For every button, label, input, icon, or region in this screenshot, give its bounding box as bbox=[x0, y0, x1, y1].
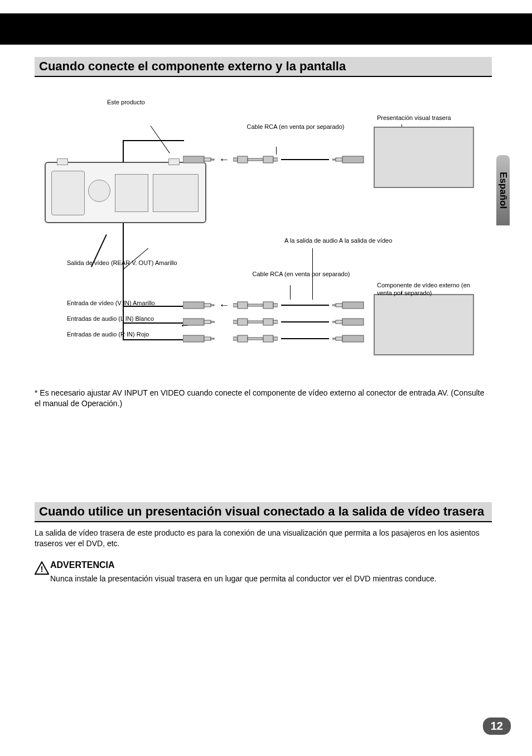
label-main-unit: Este producto bbox=[107, 99, 196, 107]
svg-rect-35 bbox=[211, 338, 214, 339]
warning-block: ADVERTENCIA Nunca instale la presentació… bbox=[50, 559, 492, 584]
svg-rect-12 bbox=[204, 304, 211, 307]
warning-title: ADVERTENCIA bbox=[50, 559, 492, 571]
rca-plug-icon bbox=[332, 334, 365, 344]
svg-rect-5 bbox=[248, 158, 263, 161]
svg-rect-28 bbox=[263, 319, 273, 325]
label-av-in-audio-r: Entradas de audio (R IN) Rojo bbox=[67, 331, 167, 339]
label-av-in-video: Entrada de vídeo (V IN) Amarillo bbox=[67, 300, 167, 307]
svg-rect-23 bbox=[204, 320, 211, 324]
page-number-pill: 12 bbox=[483, 718, 511, 735]
svg-rect-25 bbox=[233, 320, 238, 324]
warning-body: Nunca instale la presentación visual tra… bbox=[50, 574, 492, 584]
svg-rect-19 bbox=[332, 305, 336, 306]
section-heading-2-wrap: Cuando utilice un presentación visual co… bbox=[35, 502, 492, 522]
svg-rect-3 bbox=[233, 158, 238, 161]
svg-rect-1 bbox=[204, 158, 211, 161]
svg-rect-14 bbox=[233, 304, 238, 307]
arrow-left-icon: ← bbox=[219, 153, 230, 166]
rca-coupler-icon bbox=[233, 300, 278, 310]
svg-rect-41 bbox=[332, 338, 336, 339]
port-block-icon bbox=[115, 174, 148, 212]
svg-rect-15 bbox=[238, 302, 248, 309]
star-footnote: * Es necesario ajustar AV INPUT en VIDEO… bbox=[35, 388, 492, 409]
svg-rect-20 bbox=[336, 304, 342, 307]
rca-plug-icon bbox=[183, 155, 215, 165]
rca-plug-icon bbox=[183, 334, 215, 344]
arrow-left-icon: ← bbox=[180, 320, 190, 331]
svg-rect-10 bbox=[342, 156, 364, 163]
svg-text:!: ! bbox=[41, 565, 43, 574]
svg-rect-6 bbox=[263, 156, 273, 163]
rca-row-av-audio-r: ← bbox=[183, 332, 365, 345]
label-v-out: Salida de vídeo (REAR V. OUT) Amarillo bbox=[67, 259, 190, 267]
svg-rect-18 bbox=[273, 304, 278, 307]
section-heading-1: Cuando conecte el componente externo y l… bbox=[35, 57, 492, 77]
rca-plug-icon bbox=[332, 317, 365, 327]
main-unit-back-panel bbox=[45, 162, 206, 223]
svg-rect-32 bbox=[342, 319, 364, 325]
svg-rect-11 bbox=[183, 302, 204, 309]
svg-rect-33 bbox=[183, 335, 204, 342]
label-audio-video-out-note: A la salida de audio A la salida de víde… bbox=[284, 237, 402, 245]
svg-rect-13 bbox=[211, 305, 214, 306]
cable-segment-icon bbox=[281, 338, 329, 339]
svg-rect-30 bbox=[332, 321, 336, 322]
svg-rect-16 bbox=[248, 304, 263, 306]
warning-triangle-icon: ! bbox=[35, 561, 49, 578]
svg-rect-0 bbox=[183, 156, 204, 163]
label-rear-display: Presentación visual trasera bbox=[377, 114, 451, 122]
rca-coupler-icon bbox=[233, 155, 278, 165]
cable-segment-icon bbox=[281, 305, 329, 306]
svg-rect-17 bbox=[263, 302, 273, 309]
svg-rect-36 bbox=[233, 337, 238, 340]
connection-diagram: ← ← ← ← ← Este producto Cable RCA (en ve… bbox=[39, 92, 480, 371]
external-video-box bbox=[374, 294, 474, 355]
svg-rect-43 bbox=[342, 335, 364, 342]
svg-rect-27 bbox=[248, 321, 263, 323]
cable-segment-icon bbox=[281, 321, 329, 322]
svg-rect-39 bbox=[263, 335, 273, 342]
fan-circle-icon bbox=[88, 180, 110, 202]
svg-rect-40 bbox=[273, 337, 278, 340]
lead-line-icon bbox=[290, 285, 291, 300]
header-black-bar bbox=[0, 13, 532, 45]
rca-coupler-icon bbox=[233, 317, 278, 327]
svg-rect-31 bbox=[336, 320, 342, 324]
svg-rect-2 bbox=[211, 159, 214, 160]
label-rca-cord-bottom: Cable RCA (en venta por separado) bbox=[245, 271, 357, 278]
cable-segment-icon bbox=[281, 159, 329, 160]
rca-plug-icon bbox=[183, 300, 215, 310]
rca-plug-icon bbox=[332, 300, 365, 310]
svg-rect-37 bbox=[238, 335, 248, 342]
arrow-left-icon: ← bbox=[219, 298, 230, 311]
svg-rect-34 bbox=[204, 337, 211, 340]
svg-rect-29 bbox=[273, 320, 278, 324]
cable-segment-icon bbox=[123, 140, 184, 141]
cable-segment-icon bbox=[123, 140, 124, 162]
language-tab: Español bbox=[496, 155, 510, 225]
section-heading-1-wrap: Cuando conecte el componente externo y l… bbox=[35, 57, 492, 77]
svg-rect-42 bbox=[336, 337, 342, 340]
panel-notch-icon bbox=[57, 158, 68, 165]
svg-rect-21 bbox=[342, 302, 364, 309]
svg-rect-7 bbox=[273, 158, 278, 161]
port-block-icon bbox=[153, 174, 199, 212]
label-rca-cord-top: Cable RCA (en venta por separado) bbox=[245, 123, 346, 131]
svg-rect-8 bbox=[332, 159, 336, 160]
rear-display-box bbox=[374, 127, 474, 188]
svg-rect-9 bbox=[336, 158, 342, 161]
svg-rect-26 bbox=[238, 319, 248, 325]
section-heading-2: Cuando utilice un presentación visual co… bbox=[35, 502, 492, 522]
rca-row-av-audio-l: ← bbox=[183, 315, 365, 328]
svg-rect-38 bbox=[248, 338, 263, 340]
rca-row-top: ← bbox=[183, 153, 365, 166]
rca-coupler-icon bbox=[233, 334, 278, 344]
rca-row-av-video: ← bbox=[183, 298, 365, 311]
svg-rect-24 bbox=[211, 321, 214, 322]
label-av-in-audio-l: Entradas de audio (L IN) Blanco bbox=[67, 315, 167, 323]
panel-notch-icon bbox=[168, 158, 180, 165]
rear-output-description: La salida de vídeo trasera de este produ… bbox=[35, 528, 492, 549]
connector-block-icon bbox=[51, 171, 85, 215]
label-external-video: Componente de vídeo externo (en venta po… bbox=[377, 282, 480, 297]
